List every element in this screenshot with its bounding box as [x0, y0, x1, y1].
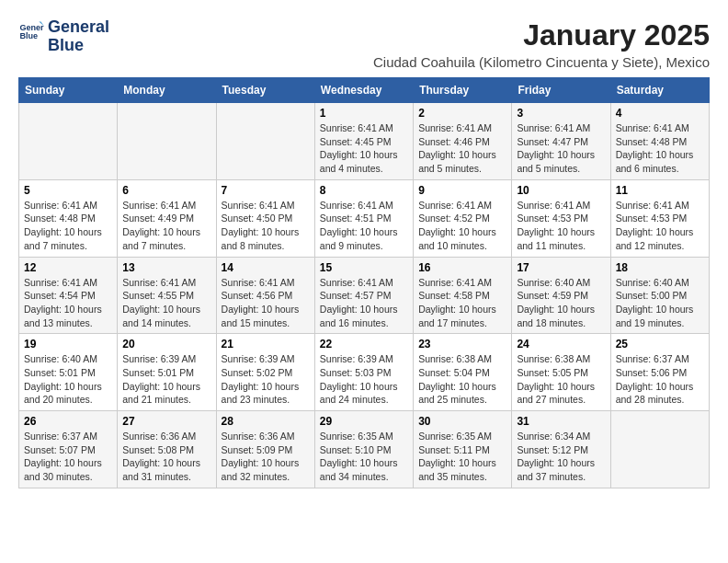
- day-number: 19: [24, 338, 112, 350]
- day-info: Sunrise: 6:34 AM Sunset: 5:12 PM Dayligh…: [517, 430, 605, 484]
- day-number: 23: [418, 338, 506, 350]
- calendar-cell: [118, 103, 216, 180]
- day-info: Sunrise: 6:40 AM Sunset: 4:59 PM Dayligh…: [517, 276, 605, 330]
- day-number: 6: [122, 184, 210, 197]
- day-info: Sunrise: 6:41 AM Sunset: 4:53 PM Dayligh…: [616, 199, 704, 253]
- column-header-friday: Friday: [512, 78, 610, 103]
- column-header-thursday: Thursday: [414, 78, 512, 103]
- day-number: 25: [616, 338, 704, 350]
- day-info: Sunrise: 6:41 AM Sunset: 4:48 PM Dayligh…: [24, 199, 112, 253]
- calendar-cell: 12Sunrise: 6:41 AM Sunset: 4:54 PM Dayli…: [19, 257, 118, 334]
- day-info: Sunrise: 6:39 AM Sunset: 5:03 PM Dayligh…: [320, 352, 408, 407]
- day-number: 27: [122, 415, 210, 428]
- day-number: 20: [122, 338, 210, 350]
- column-header-tuesday: Tuesday: [216, 78, 314, 103]
- calendar-cell: 3Sunrise: 6:41 AM Sunset: 4:47 PM Daylig…: [512, 103, 610, 180]
- day-number: 22: [320, 338, 408, 350]
- calendar-cell: 23Sunrise: 6:38 AM Sunset: 5:04 PM Dayli…: [414, 334, 512, 411]
- calendar-cell: 13Sunrise: 6:41 AM Sunset: 4:55 PM Dayli…: [118, 257, 216, 334]
- calendar-week-5: 26Sunrise: 6:37 AM Sunset: 5:07 PM Dayli…: [19, 411, 710, 488]
- logo-text: General Blue: [48, 18, 109, 55]
- day-info: Sunrise: 6:38 AM Sunset: 5:05 PM Dayligh…: [517, 352, 605, 407]
- day-number: 15: [320, 261, 408, 274]
- calendar-cell: 24Sunrise: 6:38 AM Sunset: 5:05 PM Dayli…: [512, 334, 610, 411]
- calendar-cell: 30Sunrise: 6:35 AM Sunset: 5:11 PM Dayli…: [414, 411, 512, 488]
- calendar-cell: 18Sunrise: 6:40 AM Sunset: 5:00 PM Dayli…: [610, 257, 709, 334]
- day-number: 12: [24, 261, 112, 274]
- day-number: 9: [418, 184, 506, 197]
- day-number: 3: [517, 107, 605, 120]
- day-number: 26: [24, 415, 112, 428]
- calendar-week-2: 5Sunrise: 6:41 AM Sunset: 4:48 PM Daylig…: [19, 179, 710, 257]
- day-info: Sunrise: 6:41 AM Sunset: 4:56 PM Dayligh…: [222, 276, 310, 330]
- day-number: 1: [320, 107, 408, 120]
- calendar-cell: [216, 103, 314, 180]
- day-number: 13: [122, 261, 210, 274]
- day-info: Sunrise: 6:39 AM Sunset: 5:02 PM Dayligh…: [222, 352, 310, 407]
- calendar-cell: 10Sunrise: 6:41 AM Sunset: 4:53 PM Dayli…: [512, 179, 610, 257]
- calendar-cell: 31Sunrise: 6:34 AM Sunset: 5:12 PM Dayli…: [512, 411, 610, 488]
- calendar-cell: 7Sunrise: 6:41 AM Sunset: 4:50 PM Daylig…: [216, 179, 314, 257]
- day-number: 8: [320, 184, 408, 197]
- day-number: 31: [517, 415, 605, 428]
- calendar-cell: 14Sunrise: 6:41 AM Sunset: 4:56 PM Dayli…: [216, 257, 314, 334]
- calendar-cell: 5Sunrise: 6:41 AM Sunset: 4:48 PM Daylig…: [19, 179, 118, 257]
- day-info: Sunrise: 6:41 AM Sunset: 4:58 PM Dayligh…: [418, 276, 506, 330]
- day-info: Sunrise: 6:35 AM Sunset: 5:11 PM Dayligh…: [418, 430, 506, 484]
- day-number: 29: [320, 415, 408, 428]
- logo: General Blue General Blue: [18, 18, 109, 55]
- generalblue-logo-icon: General Blue: [18, 18, 44, 44]
- day-info: Sunrise: 6:38 AM Sunset: 5:04 PM Dayligh…: [418, 352, 506, 407]
- day-info: Sunrise: 6:41 AM Sunset: 4:50 PM Dayligh…: [222, 199, 310, 253]
- calendar-cell: 16Sunrise: 6:41 AM Sunset: 4:58 PM Dayli…: [414, 257, 512, 334]
- svg-text:General: General: [19, 23, 44, 32]
- title-section: January 2025 Ciudad Coahuila (Kilometro …: [373, 18, 710, 70]
- day-number: 21: [222, 338, 310, 350]
- calendar-cell: 28Sunrise: 6:36 AM Sunset: 5:09 PM Dayli…: [216, 411, 314, 488]
- day-info: Sunrise: 6:41 AM Sunset: 4:51 PM Dayligh…: [320, 199, 408, 253]
- calendar-week-3: 12Sunrise: 6:41 AM Sunset: 4:54 PM Dayli…: [19, 257, 710, 334]
- day-number: 11: [616, 184, 704, 197]
- day-info: Sunrise: 6:41 AM Sunset: 4:52 PM Dayligh…: [418, 199, 506, 253]
- day-info: Sunrise: 6:41 AM Sunset: 4:45 PM Dayligh…: [320, 121, 408, 176]
- calendar-table: SundayMondayTuesdayWednesdayThursdayFrid…: [18, 77, 710, 488]
- day-info: Sunrise: 6:41 AM Sunset: 4:54 PM Dayligh…: [24, 276, 112, 330]
- calendar-week-1: 1Sunrise: 6:41 AM Sunset: 4:45 PM Daylig…: [19, 103, 710, 180]
- day-info: Sunrise: 6:40 AM Sunset: 5:01 PM Dayligh…: [24, 352, 112, 407]
- day-info: Sunrise: 6:41 AM Sunset: 4:57 PM Dayligh…: [320, 276, 408, 330]
- calendar-cell: 6Sunrise: 6:41 AM Sunset: 4:49 PM Daylig…: [118, 179, 216, 257]
- day-info: Sunrise: 6:41 AM Sunset: 4:46 PM Dayligh…: [418, 121, 506, 176]
- calendar-cell: 25Sunrise: 6:37 AM Sunset: 5:06 PM Dayli…: [610, 334, 709, 411]
- svg-text:Blue: Blue: [19, 31, 38, 40]
- day-info: Sunrise: 6:39 AM Sunset: 5:01 PM Dayligh…: [122, 352, 210, 407]
- day-number: 28: [222, 415, 310, 428]
- day-number: 14: [222, 261, 310, 274]
- day-number: 10: [517, 184, 605, 197]
- calendar-week-4: 19Sunrise: 6:40 AM Sunset: 5:01 PM Dayli…: [19, 334, 710, 411]
- day-number: 7: [222, 184, 310, 197]
- day-info: Sunrise: 6:36 AM Sunset: 5:08 PM Dayligh…: [122, 430, 210, 484]
- day-number: 17: [517, 261, 605, 274]
- page-subtitle: Ciudad Coahuila (Kilometro Cincuenta y S…: [373, 54, 710, 70]
- day-info: Sunrise: 6:35 AM Sunset: 5:10 PM Dayligh…: [320, 430, 408, 484]
- day-info: Sunrise: 6:41 AM Sunset: 4:48 PM Dayligh…: [616, 121, 704, 176]
- day-info: Sunrise: 6:41 AM Sunset: 4:53 PM Dayligh…: [517, 199, 605, 253]
- day-number: 2: [418, 107, 506, 120]
- column-header-sunday: Sunday: [19, 78, 118, 103]
- calendar-cell: 1Sunrise: 6:41 AM Sunset: 4:45 PM Daylig…: [314, 103, 413, 180]
- column-header-wednesday: Wednesday: [314, 78, 413, 103]
- calendar-cell: 29Sunrise: 6:35 AM Sunset: 5:10 PM Dayli…: [314, 411, 413, 488]
- page-title: January 2025: [373, 18, 710, 52]
- page-header: General Blue General Blue January 2025 C…: [18, 18, 710, 70]
- calendar-cell: 22Sunrise: 6:39 AM Sunset: 5:03 PM Dayli…: [314, 334, 413, 411]
- day-info: Sunrise: 6:36 AM Sunset: 5:09 PM Dayligh…: [222, 430, 310, 484]
- calendar-cell: 20Sunrise: 6:39 AM Sunset: 5:01 PM Dayli…: [118, 334, 216, 411]
- calendar-cell: [19, 103, 118, 180]
- calendar-cell: 9Sunrise: 6:41 AM Sunset: 4:52 PM Daylig…: [414, 179, 512, 257]
- day-number: 16: [418, 261, 506, 274]
- calendar-cell: 8Sunrise: 6:41 AM Sunset: 4:51 PM Daylig…: [314, 179, 413, 257]
- day-info: Sunrise: 6:37 AM Sunset: 5:07 PM Dayligh…: [24, 430, 112, 484]
- calendar-cell: 4Sunrise: 6:41 AM Sunset: 4:48 PM Daylig…: [610, 103, 709, 180]
- day-info: Sunrise: 6:41 AM Sunset: 4:47 PM Dayligh…: [517, 121, 605, 176]
- day-number: 30: [418, 415, 506, 428]
